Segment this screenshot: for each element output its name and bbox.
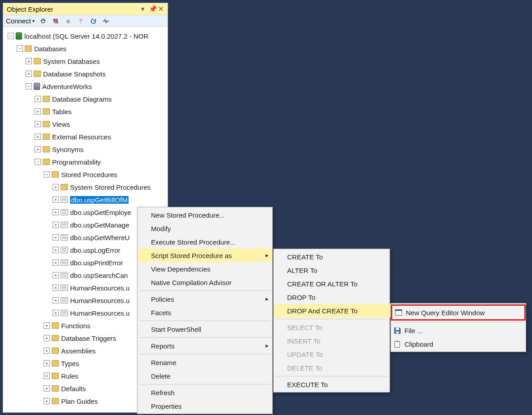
svg-rect-5	[396, 341, 399, 342]
menu-clipboard[interactable]: Clipboard	[391, 337, 526, 351]
expander-icon[interactable]: +	[26, 71, 32, 77]
tree-sp1[interactable]: +dbo.uspGetBillOfM	[3, 193, 168, 206]
expander-icon[interactable]: −	[8, 33, 14, 39]
sproc-icon	[61, 272, 68, 278]
menu-execute-to[interactable]: EXECUTE To	[274, 378, 400, 391]
tree-views[interactable]: +Views	[3, 118, 168, 130]
expander-icon[interactable]: −	[26, 83, 32, 89]
tree-synonyms[interactable]: +Synonyms	[3, 143, 168, 156]
menu-modify[interactable]: Modify	[137, 222, 272, 235]
tree-tables[interactable]: +Tables	[3, 105, 168, 118]
svg-rect-4	[395, 342, 400, 348]
filter-icon[interactable]	[77, 18, 85, 24]
menu-rename[interactable]: Rename	[137, 356, 272, 369]
expander-icon[interactable]: +	[53, 222, 59, 228]
menu-startps[interactable]: Start PowerShell	[137, 322, 272, 336]
menu-new-query-editor[interactable]: New Query Editor Window	[391, 304, 526, 321]
expander-icon[interactable]: +	[44, 360, 50, 366]
expander-icon[interactable]: +	[44, 335, 50, 341]
menu-script-as[interactable]: Script Stored Procedure as	[137, 249, 272, 262]
expander-icon[interactable]: +	[53, 259, 59, 266]
expander-icon[interactable]: +	[44, 322, 50, 329]
tree-diagrams[interactable]: +Database Diagrams	[3, 93, 168, 105]
menu-native[interactable]: Native Compilation Advisor	[137, 276, 272, 289]
tree-prog[interactable]: −Programmability	[3, 156, 168, 168]
folder-icon	[34, 58, 41, 64]
expander-icon[interactable]: +	[35, 146, 41, 152]
menu-create-or-alter-to[interactable]: CREATE OR ALTER To	[274, 277, 400, 290]
context-menu-script-as: CREATE To ALTER To CREATE OR ALTER To DR…	[273, 249, 390, 393]
svg-rect-1	[395, 310, 402, 311]
menu-new-sp[interactable]: New Stored Procedure...	[137, 208, 272, 222]
menu-update-to: UPDATE To	[274, 348, 400, 361]
sproc-icon	[61, 209, 68, 215]
expander-icon[interactable]: +	[53, 272, 59, 278]
menu-reports[interactable]: Reports	[137, 339, 272, 353]
menu-create-to[interactable]: CREATE To	[274, 250, 400, 263]
sproc-icon	[61, 247, 68, 253]
separator	[139, 384, 270, 384]
expander-icon[interactable]: +	[53, 196, 59, 203]
menu-alter-to[interactable]: ALTER To	[274, 263, 400, 277]
expander-icon[interactable]: +	[53, 234, 59, 241]
expander-icon[interactable]: +	[53, 297, 59, 303]
panel-title: Object Explorer	[7, 5, 137, 13]
menu-exec[interactable]: Execute Stored Procedure...	[137, 235, 272, 249]
expander-icon[interactable]: +	[53, 310, 59, 316]
expander-icon[interactable]: +	[35, 134, 41, 140]
tree-sprocs[interactable]: −Stored Procedures	[3, 168, 168, 181]
expander-icon[interactable]: +	[35, 108, 41, 115]
folder-icon	[43, 108, 50, 115]
refresh-icon[interactable]	[89, 18, 98, 24]
panel-titlebar: Object Explorer ▾ 📌 ✕	[3, 3, 168, 15]
plug-disconnect-icon[interactable]	[52, 18, 60, 24]
expander-icon[interactable]: +	[44, 398, 50, 404]
expander-icon[interactable]: +	[53, 209, 59, 215]
sproc-icon	[61, 222, 68, 228]
tree-dbsnap[interactable]: +Database Snapshots	[3, 67, 168, 80]
expander-icon[interactable]: −	[17, 45, 23, 52]
tree-server[interactable]: −localhost (SQL Server 14.0.2027.2 - NOR	[3, 30, 168, 42]
menu-delete[interactable]: Delete	[137, 369, 272, 383]
expander-icon[interactable]: +	[35, 96, 41, 102]
sproc-icon	[61, 297, 68, 303]
stop-icon[interactable]: ■	[64, 17, 72, 25]
folder-icon	[43, 159, 50, 165]
tree-extres[interactable]: +External Resources	[3, 130, 168, 143]
menu-properties[interactable]: Properties	[137, 399, 272, 413]
menu-drop-to[interactable]: DROP To	[274, 290, 400, 304]
sproc-icon	[61, 196, 68, 203]
expander-icon[interactable]: +	[44, 348, 50, 354]
pin-icon[interactable]: 📌	[149, 5, 155, 13]
sproc-icon	[61, 234, 68, 241]
menu-policies[interactable]: Policies	[137, 292, 272, 306]
expander-icon[interactable]: +	[44, 385, 50, 392]
expander-icon[interactable]: −	[35, 159, 41, 165]
expander-icon[interactable]: +	[26, 58, 32, 64]
separator	[393, 322, 524, 322]
activity-icon[interactable]	[102, 19, 110, 23]
expander-icon[interactable]: +	[53, 247, 59, 253]
expander-icon[interactable]: +	[53, 285, 59, 291]
expander-icon[interactable]: +	[44, 373, 50, 379]
sproc-icon	[61, 259, 68, 266]
dropdown-icon[interactable]: ▾	[140, 5, 146, 13]
close-icon[interactable]: ✕	[158, 5, 164, 13]
tree-aw[interactable]: −AdventureWorks	[3, 80, 168, 93]
tree-sysdb[interactable]: +System Databases	[3, 55, 168, 67]
tree-databases[interactable]: −Databases	[3, 42, 168, 55]
menu-facets[interactable]: Facets	[137, 306, 272, 319]
plug-connect-icon[interactable]	[39, 18, 47, 24]
folder-icon	[52, 385, 59, 392]
expander-icon[interactable]: +	[53, 184, 59, 190]
connect-button[interactable]: Connect	[6, 17, 35, 25]
expander-icon[interactable]: +	[35, 121, 41, 127]
expander-icon[interactable]: −	[44, 171, 50, 178]
menu-drop-and-create-to[interactable]: DROP And CREATE To	[274, 304, 400, 317]
menu-refresh[interactable]: Refresh	[137, 386, 272, 399]
tree-ssp[interactable]: +System Stored Procedures	[3, 181, 168, 193]
context-menu-target: New Query Editor Window File ... Clipboa…	[390, 303, 526, 352]
menu-view-dep[interactable]: View Dependencies	[137, 262, 272, 276]
menu-file[interactable]: File ...	[391, 324, 526, 337]
folder-icon	[43, 121, 50, 127]
